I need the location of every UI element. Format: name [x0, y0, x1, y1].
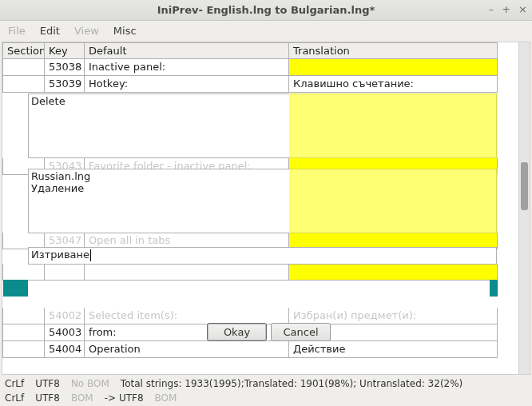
menubar: File Edit View Misc — [0, 21, 532, 40]
cell-translation[interactable] — [289, 59, 498, 76]
statusbar-line-2: CrLf UTF8 BOM -> UTF8 BOM — [0, 390, 532, 406]
scrollbar-thumb[interactable] — [521, 162, 528, 210]
cell-key: 53039 — [45, 76, 85, 93]
cell-default: Hotkey: — [85, 76, 289, 93]
status-lineend-2: CrLf — [5, 392, 24, 404]
col-section[interactable]: Section — [2, 42, 45, 59]
cell-translation[interactable]: Действие — [289, 341, 498, 358]
status-encoding-1: UTF8 — [35, 378, 60, 389]
minimize-button[interactable]: – — [489, 3, 494, 15]
close-button[interactable]: × — [518, 3, 527, 15]
app-window: IniPrev- English.lng to Bulgarian.lng* –… — [0, 0, 532, 406]
cell-default: Selected item(s): — [85, 308, 289, 324]
cell-key: 54002 — [45, 308, 85, 324]
cell-default: Operation — [85, 341, 289, 358]
status-bom-2a: BOM — [71, 392, 93, 404]
cell-key — [45, 264, 85, 281]
cell-key: 53038 — [45, 59, 85, 76]
table-row[interactable]: 54004 Operation Действие — [2, 341, 498, 358]
window-title: IniPrev- English.lng to Bulgarian.lng* — [0, 4, 532, 16]
cell-key: 54003 — [45, 324, 85, 341]
status-summary: Total strings: 1933(1995);Translated: 19… — [121, 378, 463, 389]
cell-translation[interactable] — [289, 264, 498, 281]
table-row[interactable]: 53039 Hotkey: Клавишно съчетание: — [2, 76, 498, 93]
popup-suggestion-1-text: Delete — [31, 95, 66, 107]
grid-header-row: Section Key Default Translation — [2, 42, 498, 59]
menu-misc[interactable]: Misc — [113, 25, 137, 37]
menu-file[interactable]: File — [8, 25, 26, 37]
col-translation[interactable]: Translation — [289, 42, 498, 59]
popup-highlight-1 — [289, 94, 498, 158]
maximize-button[interactable]: + — [502, 3, 510, 15]
okay-button[interactable]: Okay — [207, 323, 267, 341]
text-caret — [90, 249, 91, 261]
cell-section — [2, 264, 45, 281]
table-row[interactable] — [2, 264, 498, 281]
grid-viewport[interactable]: Section Key Default Translation 53038 In… — [2, 42, 518, 374]
cell-translation[interactable]: Избран(и) предмет(и): — [289, 308, 498, 324]
translation-edit-box[interactable]: Изтриване — [28, 247, 497, 265]
row-selection-marker-left — [3, 280, 28, 297]
table-row[interactable]: 53038 Inactive panel: — [2, 59, 498, 76]
cancel-button[interactable]: Cancel — [271, 323, 331, 341]
row-selection-marker-right — [490, 280, 498, 297]
cell-key: 54004 — [45, 341, 85, 358]
status-encoding-arrow: -> UTF8 — [105, 392, 144, 404]
vertical-scrollbar[interactable] — [518, 42, 530, 374]
status-lineend-1: CrLf — [5, 378, 24, 389]
status-bom-1: No BOM — [71, 378, 109, 389]
window-controls: – + × — [489, 3, 527, 15]
popup-highlight-2 — [289, 169, 498, 233]
titlebar[interactable]: IniPrev- English.lng to Bulgarian.lng* –… — [0, 0, 532, 21]
status-encoding-2: UTF8 — [35, 392, 60, 404]
col-key[interactable]: Key — [45, 42, 85, 59]
cell-section — [2, 59, 45, 76]
cell-section — [2, 324, 45, 341]
cell-section — [2, 308, 45, 324]
cell-section — [2, 341, 45, 358]
cell-translation[interactable]: Клавишно съчетание: — [289, 76, 498, 93]
statusbar-line-1: CrLf UTF8 No BOM Total strings: 1933(199… — [0, 376, 532, 390]
col-default[interactable]: Default — [85, 42, 289, 59]
client-area: Section Key Default Translation 53038 In… — [2, 42, 530, 375]
translation-edit-text: Изтриване — [31, 249, 89, 261]
table-row[interactable]: 54002 Selected item(s): Избран(и) предме… — [2, 308, 498, 324]
menu-view[interactable]: View — [74, 25, 99, 37]
cell-default: Inactive panel: — [85, 59, 289, 76]
menu-edit[interactable]: Edit — [40, 25, 60, 37]
cell-section — [2, 76, 45, 93]
status-bom-2b: BOM — [155, 392, 177, 404]
cell-default — [85, 264, 289, 281]
